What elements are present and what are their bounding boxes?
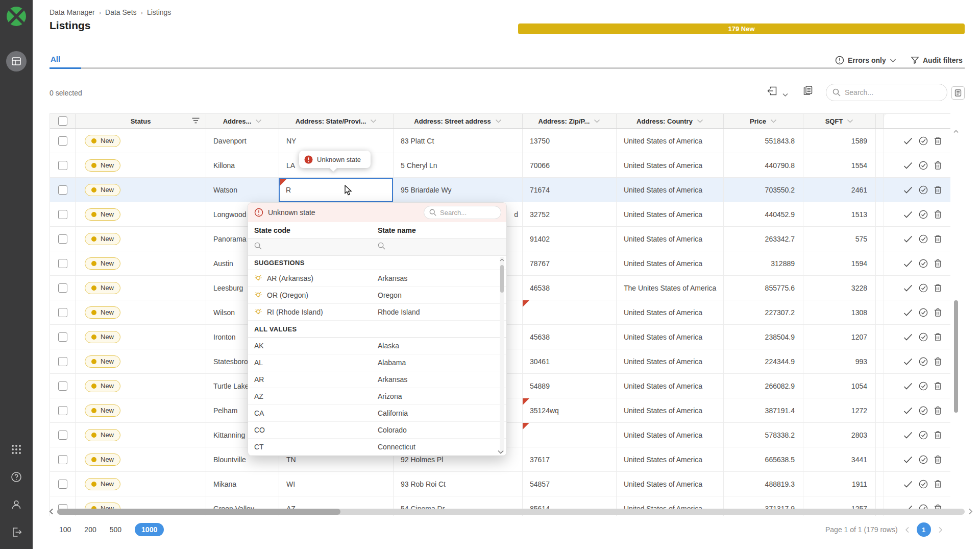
cell-sqft[interactable]: 575 [803,227,876,251]
cell-state[interactable]: NY [279,129,394,153]
cell-price[interactable]: 312889 [724,251,803,275]
cell-zip[interactable]: 30461 [523,349,617,373]
cell-country[interactable]: United States of America [617,300,724,324]
cell-country[interactable]: United States of America [617,423,724,447]
item-details-toggle[interactable] [951,86,965,100]
column-header-address-state-provi-[interactable]: Address: State/Provi... [279,114,394,128]
cell-country[interactable]: United States of America [617,349,724,373]
cell-status[interactable]: New [76,227,206,251]
popup-scrollbar-thumb[interactable] [500,265,504,293]
delete-button[interactable] [934,136,942,146]
cell-street[interactable]: 93 Rob Roi Ct [394,472,523,496]
column-header-address-zip-p-[interactable]: Address: Zip/P... [523,114,617,128]
cell-sqft[interactable]: 2461 [803,178,876,202]
cell-country[interactable]: United States of America [617,251,724,275]
export-chevron-icon[interactable] [782,90,788,99]
approve-button[interactable] [903,309,913,316]
cell-price[interactable]: 578338.2 [724,423,803,447]
audit-filters-button[interactable]: Audit filters [911,56,963,64]
approve-all-button[interactable] [919,210,928,219]
cell-sqft[interactable]: 3228 [803,276,876,300]
breadcrumb-data-manager[interactable]: Data Manager [50,8,95,16]
select-all-checkbox[interactable] [58,116,67,126]
state-value-item[interactable]: ARArkansas [248,371,506,388]
cell-status[interactable]: New [76,423,206,447]
code-filter-input[interactable] [254,242,378,252]
cell-country[interactable]: The Unites States of America [617,276,724,300]
cell-zip[interactable]: 71674 [523,178,617,202]
cell-price[interactable]: 224344.9 [724,349,803,373]
delete-button[interactable] [934,480,942,489]
cell-street[interactable]: 5 Cheryl Ln [394,153,523,177]
cell-zip[interactable]: 35124wq [523,398,617,422]
cell-city[interactable]: Watson [206,178,279,202]
state-edit-cell[interactable]: R [279,178,393,202]
approve-button[interactable] [903,260,913,267]
search-input[interactable] [845,88,932,97]
page-size-100[interactable]: 100 [59,526,71,534]
cell-status[interactable]: New [76,178,206,202]
cell-status[interactable]: New [76,374,206,398]
cell-price[interactable]: 227307.2 [724,300,803,324]
column-chevron[interactable] [370,119,377,123]
row-checkbox[interactable] [58,455,67,464]
next-page-icon[interactable] [938,527,943,533]
popup-scrollbar[interactable] [500,257,504,452]
cell-sqft[interactable]: 1272 [803,398,876,422]
delete-button[interactable] [934,185,942,195]
cell-status[interactable]: New [76,153,206,177]
page-size-500[interactable]: 500 [110,526,121,534]
scroll-down-icon[interactable] [498,450,504,454]
approve-all-button[interactable] [919,136,928,146]
cell-status[interactable]: New [76,325,206,349]
cell-status[interactable]: New [76,398,206,422]
cell-zip[interactable] [523,423,617,447]
row-checkbox[interactable] [58,308,67,317]
logout-icon[interactable] [11,527,22,538]
cell-status[interactable]: New [76,300,206,324]
cell-price[interactable]: 387191.4 [724,398,803,422]
cell-price[interactable]: 440790.8 [724,153,803,177]
approve-all-button[interactable] [919,185,928,195]
delete-button[interactable] [934,259,942,268]
delete-button[interactable] [934,308,942,317]
delete-button[interactable] [934,406,942,415]
approve-all-button[interactable] [919,480,928,489]
approve-button[interactable] [903,481,913,488]
column-chevron[interactable] [847,119,853,123]
cell-zip[interactable]: 91402 [523,227,617,251]
cell-price[interactable]: 440452.9 [724,202,803,226]
cell-sqft[interactable]: 1911 [803,472,876,496]
breadcrumb-listings[interactable]: Listings [147,8,171,16]
page-number-button[interactable]: 1 [917,522,931,537]
approve-all-button[interactable] [919,431,928,440]
delete-button[interactable] [934,283,942,293]
row-checkbox[interactable] [58,480,67,489]
cell-sqft[interactable]: 1308 [803,300,876,324]
state-value-item[interactable]: CTConnecticut [248,439,506,456]
approve-all-button[interactable] [919,455,928,464]
apps-grid-icon[interactable] [11,444,22,455]
approve-all-button[interactable] [919,308,928,317]
cell-status[interactable]: New [76,202,206,226]
column-chevron[interactable] [495,119,502,123]
row-checkbox[interactable] [58,283,67,293]
vertical-scrollbar[interactable] [952,129,960,515]
cell-country[interactable]: United States of America [617,178,724,202]
cell-city[interactable]: Killona [206,153,279,177]
column-header-address-street-address[interactable]: Address: Street address [394,114,523,128]
row-checkbox[interactable] [58,431,67,440]
select-all-header[interactable] [50,114,76,128]
column-chevron[interactable] [770,119,777,123]
cell-country[interactable]: United States of America [617,472,724,496]
state-value-item[interactable]: AKAlaska [248,338,506,354]
name-filter-input[interactable] [378,242,506,252]
suggestion-item[interactable]: AR (Arkansas)Arkansas [248,270,506,287]
cell-country[interactable]: United States of America [617,202,724,226]
column-header-status[interactable]: Status [76,114,206,128]
row-checkbox[interactable] [58,259,67,268]
delete-button[interactable] [934,357,942,366]
app-logo-icon[interactable] [6,6,27,27]
cell-street[interactable]: 83 Platt Ct [394,129,523,153]
delete-button[interactable] [934,431,942,440]
